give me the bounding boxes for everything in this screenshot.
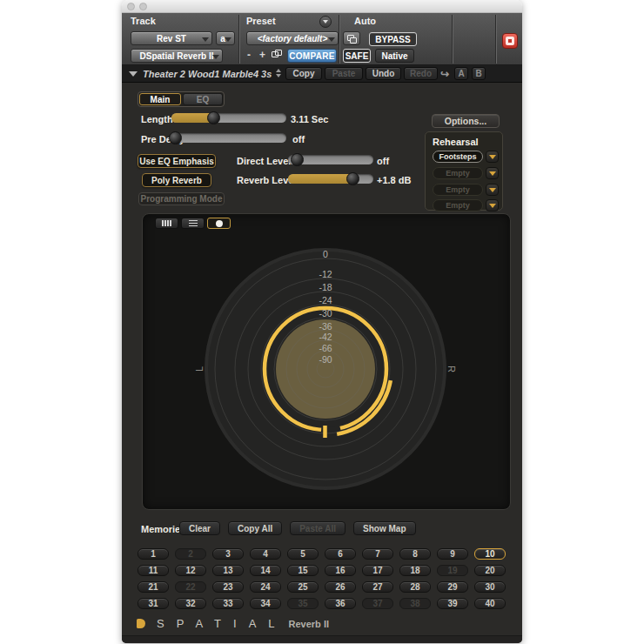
memory-slot-26[interactable]: 26	[325, 581, 356, 593]
length-slider[interactable]	[171, 113, 286, 123]
rehearsal-slot-2[interactable]: Empty	[433, 167, 483, 179]
memory-slot-13[interactable]: 13	[212, 565, 244, 576]
automation-selector[interactable]: a	[216, 31, 235, 45]
reverb-level-slider[interactable]	[288, 174, 373, 184]
paste-all-button[interactable]: Paste All	[290, 521, 345, 535]
rehearsal-slot-4[interactable]: Empty	[433, 199, 483, 211]
plugin-selector[interactable]: DSpatial Reverb II	[131, 49, 223, 63]
rehearsal-slot-row: Empty	[433, 184, 499, 196]
native-button[interactable]: Native	[375, 49, 414, 63]
reverb-level-slider-thumb[interactable]	[346, 172, 359, 185]
window-minimize-button[interactable]	[139, 3, 147, 10]
preset-expand-icon[interactable]	[129, 71, 138, 77]
bypass-button[interactable]: BYPASS	[369, 32, 417, 46]
current-preset-name[interactable]: Theater 2 Wood1 Marble4 3s	[143, 69, 272, 79]
librarian-button[interactable]	[343, 31, 360, 45]
memory-slot-11[interactable]: 11	[138, 565, 169, 576]
view-mode-bars-vertical-button[interactable]	[155, 218, 178, 229]
target-button[interactable]	[502, 33, 518, 49]
reverb-radar-display[interactable]: 0-12-18-24-30-36-42-66-90LR	[143, 214, 511, 510]
copy-all-button[interactable]: Copy All	[228, 521, 282, 535]
pre-delay-slider[interactable]	[171, 133, 286, 143]
memory-slot-7[interactable]: 7	[362, 548, 393, 560]
copy-button[interactable]: Copy	[285, 67, 322, 80]
length-slider-thumb[interactable]	[207, 111, 220, 124]
rehearsal-slot-3[interactable]: Empty	[433, 184, 483, 196]
compare-button[interactable]: COMPARE	[287, 49, 337, 63]
preset-spinner[interactable]	[276, 69, 281, 77]
tab-eq[interactable]: EQ	[183, 93, 223, 105]
memory-slot-37[interactable]: 37	[362, 598, 393, 609]
memory-slot-39[interactable]: 39	[437, 598, 468, 609]
memory-slot-16[interactable]: 16	[325, 565, 356, 576]
direct-level-slider[interactable]	[288, 155, 373, 164]
memory-slot-9[interactable]: 9	[437, 548, 468, 560]
pre-delay-slider-thumb[interactable]	[169, 131, 182, 144]
memory-slot-28[interactable]: 28	[399, 581, 431, 593]
rehearsal-slot-1-menu-button[interactable]	[486, 151, 499, 163]
memory-slot-24[interactable]: 24	[250, 581, 281, 593]
preset-selector[interactable]: <factory default>	[246, 31, 339, 45]
memory-slot-15[interactable]: 15	[287, 565, 319, 576]
memory-slot-10[interactable]: 10	[474, 548, 506, 560]
use-eq-emphasis-button[interactable]: Use EQ Emphasis	[138, 154, 216, 168]
memory-slot-32[interactable]: 32	[175, 598, 206, 609]
memory-slot-30[interactable]: 30	[474, 581, 506, 593]
memory-slot-22[interactable]: 22	[175, 581, 206, 593]
revert-icon[interactable]: ↪	[440, 68, 449, 80]
rehearsal-slot-2-menu-button[interactable]	[486, 167, 499, 179]
memory-slot-18[interactable]: 18	[399, 565, 431, 576]
memory-slot-40[interactable]: 40	[474, 598, 506, 609]
options-button[interactable]: Options...	[432, 114, 500, 128]
clear-button[interactable]: Clear	[179, 521, 220, 535]
memory-slot-36[interactable]: 36	[325, 598, 356, 609]
redo-button[interactable]: Redo	[404, 67, 438, 80]
preset-librarian-button[interactable]	[272, 50, 284, 60]
memory-slot-25[interactable]: 25	[287, 581, 319, 593]
rehearsal-slot-4-menu-button[interactable]	[486, 199, 499, 211]
titlebar[interactable]	[122, 0, 522, 13]
memory-slot-21[interactable]: 21	[138, 581, 169, 593]
view-mode-bars-horizontal-button[interactable]	[181, 218, 205, 229]
memory-slot-1[interactable]: 1	[138, 548, 169, 560]
memory-slot-6[interactable]: 6	[325, 548, 356, 560]
paste-button[interactable]: Paste	[325, 67, 363, 80]
view-mode-radar-button[interactable]	[207, 218, 231, 229]
memory-slot-23[interactable]: 23	[212, 581, 244, 593]
preset-decrement-button[interactable]: -	[247, 49, 251, 61]
safe-button[interactable]: SAFE	[343, 49, 371, 63]
ab-slot-b-button[interactable]: B	[472, 67, 486, 80]
memory-slot-33[interactable]: 33	[212, 598, 244, 609]
memory-slot-35[interactable]: 35	[287, 598, 319, 609]
memory-slot-19[interactable]: 19	[437, 565, 468, 576]
window-close-button[interactable]	[127, 3, 135, 10]
memory-slot-29[interactable]: 29	[437, 581, 468, 593]
memory-slot-31[interactable]: 31	[138, 598, 169, 609]
memory-slot-38[interactable]: 38	[399, 598, 431, 609]
rehearsal-slot-1[interactable]: Footsteps	[433, 151, 483, 163]
programming-mode-button[interactable]: Programming Mode	[138, 192, 225, 205]
show-map-button[interactable]: Show Map	[353, 521, 415, 535]
preset-menu-button[interactable]	[319, 16, 332, 28]
memory-slot-5[interactable]: 5	[287, 548, 319, 560]
memory-slot-12[interactable]: 12	[175, 565, 206, 576]
memory-slot-3[interactable]: 3	[212, 548, 244, 560]
poly-reverb-button[interactable]: Poly Reverb	[142, 173, 211, 187]
ab-slot-a-button[interactable]: A	[454, 67, 468, 80]
memory-slot-34[interactable]: 34	[250, 598, 281, 609]
direct-level-slider-thumb[interactable]	[291, 153, 304, 166]
rehearsal-slot-3-menu-button[interactable]	[486, 184, 499, 196]
undo-button[interactable]: Undo	[366, 67, 401, 80]
tab-main[interactable]: Main	[139, 93, 181, 105]
memory-slot-14[interactable]: 14	[250, 565, 281, 576]
librarian-icon	[275, 50, 282, 56]
memory-slot-4[interactable]: 4	[250, 548, 281, 560]
track-selector[interactable]: Rev ST	[131, 31, 212, 45]
memory-slot-17[interactable]: 17	[362, 565, 393, 576]
direct-level-value: off	[377, 156, 389, 166]
memory-slot-2[interactable]: 2	[175, 548, 206, 560]
memory-slot-8[interactable]: 8	[399, 548, 431, 560]
memory-slot-27[interactable]: 27	[362, 581, 393, 593]
preset-increment-button[interactable]: +	[259, 49, 265, 61]
memory-slot-20[interactable]: 20	[474, 565, 506, 576]
